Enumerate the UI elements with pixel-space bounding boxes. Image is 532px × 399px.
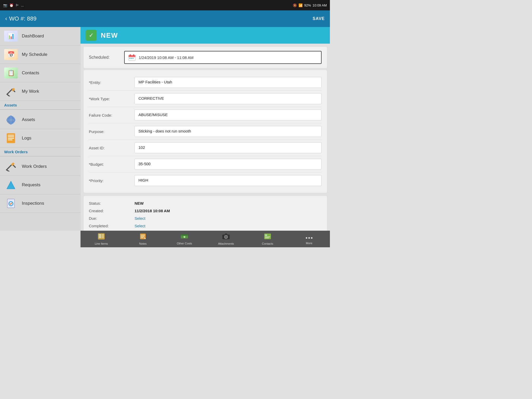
main-layout: 📊 DashBoard 📅 My Schedule 📋 Contacts: [0, 27, 330, 231]
svg-rect-50: [265, 238, 269, 238]
sidebar-section-workorders: Work Orders: [0, 148, 80, 155]
failurecode-input[interactable]: ABUSE/MISUSE: [135, 110, 322, 121]
svg-rect-28: [99, 234, 101, 235]
nav-item-attachments[interactable]: Attachments: [216, 233, 236, 245]
page-title: WO #: 889: [9, 15, 36, 22]
form-row-priority: *Priority: HIGH: [89, 172, 322, 189]
form-row-failurecode: Failure Code: ABUSE/MISUSE: [89, 107, 322, 123]
svg-rect-21: [129, 55, 135, 57]
svg-rect-18: [7, 199, 15, 208]
wifi-icon: 📶: [298, 3, 303, 7]
svg-rect-39: [141, 237, 143, 238]
form-row-entity: *Entity: MP Facilities - Utah: [89, 74, 322, 91]
svg-text:$: $: [184, 236, 185, 238]
sidebar-label-inspections: Inspections: [22, 201, 44, 206]
status-row-due: Due: Select: [89, 215, 322, 222]
svg-rect-26: [132, 58, 134, 59]
purpose-input[interactable]: Sticking - does not run smooth: [135, 126, 322, 137]
sidebar-item-contacts[interactable]: 📋 Contacts: [0, 64, 80, 82]
sidebar-item-dashboard[interactable]: 📊 DashBoard: [0, 27, 80, 45]
other-costs-icon: $: [181, 233, 188, 241]
svg-rect-48: [265, 234, 267, 236]
nav-item-line-items[interactable]: Line Items: [91, 233, 112, 245]
svg-rect-38: [141, 236, 144, 237]
back-button[interactable]: ‹: [5, 15, 7, 22]
budget-label: *Budget:: [89, 162, 130, 167]
worktype-label: *Work Type:: [89, 97, 130, 101]
dashboard-icon: 📊: [4, 31, 18, 42]
status-row-created: Created: 11/2/2018 10:08 AM: [89, 207, 322, 215]
created-label: Created:: [89, 209, 130, 213]
sidebar-label-my-schedule: My Schedule: [22, 52, 47, 57]
form-card: *Entity: MP Facilities - Utah *Work Type…: [84, 70, 327, 193]
assetid-label: Asset ID:: [89, 146, 130, 150]
sidebar-item-work-orders[interactable]: Work Orders: [0, 157, 80, 176]
due-label: Due:: [89, 216, 130, 221]
svg-rect-32: [102, 234, 104, 235]
scheduled-input[interactable]: 1/24/2019 10:08 AM - 11:08 AM: [124, 51, 322, 64]
nav-item-other-costs[interactable]: $ Other Costs: [174, 233, 195, 245]
sidebar-item-my-work[interactable]: My Work: [0, 82, 80, 101]
sidebar-label-my-work: My Work: [22, 89, 39, 94]
priority-input[interactable]: HIGH: [135, 175, 322, 186]
nav-item-notes[interactable]: Notes: [132, 233, 153, 245]
nav-item-more[interactable]: More: [299, 234, 320, 245]
svg-rect-10: [8, 138, 14, 139]
sidebar-item-inspections[interactable]: Inspections: [0, 194, 80, 213]
svg-rect-9: [8, 136, 14, 137]
bottom-nav: Line Items Notes $ Other Costs: [81, 231, 330, 247]
workorders-icon: [4, 161, 18, 172]
status-card: Status: NEW Created: 11/2/2018 10:08 AM …: [84, 196, 327, 231]
budget-input[interactable]: 35-500: [135, 159, 322, 170]
sidebar: 📊 DashBoard 📅 My Schedule 📋 Contacts: [0, 27, 81, 231]
contacts-tab-label: Contacts: [262, 242, 273, 245]
bell-icon: 🔕: [293, 3, 297, 7]
alarm-icon: ⏰: [9, 3, 14, 7]
svg-rect-25: [131, 58, 132, 59]
status-field-value: NEW: [135, 201, 144, 205]
header: ‹ WO #: 889 SAVE: [0, 10, 330, 27]
attachments-label: Attachments: [218, 242, 234, 245]
svg-rect-24: [129, 58, 130, 59]
sidebar-item-requests[interactable]: Requests: [0, 176, 80, 194]
sidebar-item-my-schedule[interactable]: 📅 My Schedule: [0, 45, 80, 64]
svg-rect-31: [99, 237, 101, 238]
svg-point-52: [308, 237, 310, 239]
sidebar-item-assets[interactable]: Assets: [0, 111, 80, 129]
new-check-icon: ✓: [86, 30, 97, 41]
sidebar-item-logs[interactable]: Logs: [0, 129, 80, 148]
calendar-icon: [128, 54, 136, 61]
completed-select[interactable]: Select: [135, 224, 145, 228]
status-bar-left: 📷 ⏰ 🏳 ...: [3, 3, 24, 7]
entity-label: *Entity:: [89, 80, 130, 85]
inspections-icon: [4, 198, 18, 209]
status-field-label: Status:: [89, 201, 130, 205]
line-items-icon: [98, 233, 105, 241]
svg-rect-41: [181, 234, 188, 236]
sidebar-section-assets: Assets: [0, 101, 80, 108]
sidebar-label-dashboard: DashBoard: [22, 34, 44, 39]
save-button[interactable]: SAVE: [313, 16, 325, 21]
camera-icon: [222, 233, 230, 241]
svg-rect-29: [99, 235, 101, 236]
nav-item-contacts-tab[interactable]: Contacts: [257, 233, 278, 245]
mywork-icon: [4, 86, 18, 97]
svg-line-0: [7, 89, 12, 94]
notes-icon: [139, 233, 146, 241]
assetid-input[interactable]: 102: [135, 142, 322, 153]
sidebar-label-contacts: Contacts: [22, 70, 39, 76]
svg-rect-11: [8, 139, 12, 140]
svg-rect-8: [8, 135, 14, 136]
failurecode-label: Failure Code:: [89, 113, 130, 117]
form-row-purpose: Purpose: Sticking - does not run smooth: [89, 123, 322, 140]
due-select[interactable]: Select: [135, 216, 145, 221]
entity-input[interactable]: MP Facilities - Utah: [135, 77, 322, 88]
sidebar-label-requests: Requests: [22, 182, 41, 188]
worktype-input[interactable]: CORRECTIVE: [135, 93, 322, 104]
status-row-completed: Completed: Select: [89, 222, 322, 230]
contacts-tab-icon: [264, 233, 271, 241]
status-bar-right: 🔕 📶 92% 10:09 AM: [293, 3, 327, 7]
svg-line-12: [6, 164, 12, 170]
svg-rect-33: [102, 235, 104, 236]
sidebar-label-work-orders: Work Orders: [22, 164, 47, 169]
